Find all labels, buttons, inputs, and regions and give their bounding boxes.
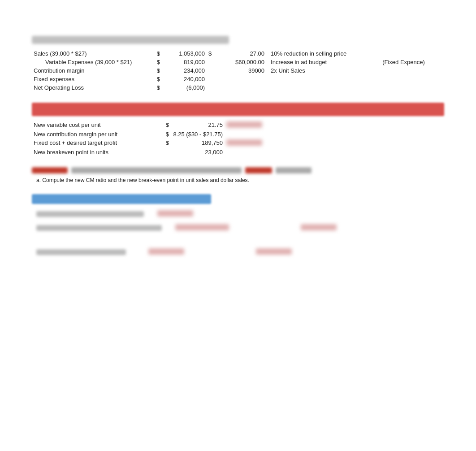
table-row: New contribution margin per unit $ 8.25 …: [32, 130, 444, 139]
row-label: Net Operating Loss: [32, 83, 148, 92]
financial-table-1: Sales (39,000 * $27) $ 1,053,000 $ 27.00…: [32, 49, 444, 92]
amount-value: 189,750: [171, 139, 225, 148]
amount-value: (6,000): [162, 83, 207, 92]
dollar-sign: [157, 148, 171, 156]
answer-row: [36, 210, 444, 218]
answer-value-blurred: [175, 224, 229, 230]
col3-dollar: $: [207, 49, 234, 58]
table-row: New variable cost per unit $ 21.75: [32, 121, 444, 130]
amount-value: 819,000: [162, 58, 207, 66]
amount-value: 1,053,000: [162, 49, 207, 58]
answer-label-blurred: [36, 249, 126, 255]
row-label: New variable cost per unit: [32, 121, 157, 130]
amount-value: 240,000: [162, 75, 207, 83]
dollar-sign: $: [148, 58, 162, 66]
increase-ad-budget-label: Increase in ad budget: [266, 58, 378, 66]
row-label: New contribution margin per unit: [32, 130, 157, 139]
answer-label-blurred: [36, 225, 162, 231]
dollar-sign: $: [157, 121, 171, 130]
answer-row: [36, 248, 444, 256]
section-header-4: blurred section header: [32, 194, 211, 204]
section-header-1: Blurred header text about sales and expe…: [32, 36, 229, 44]
table-row: Variable Expenses (39,000 * $21) $ 819,0…: [32, 58, 444, 66]
col3-note: 10% reduction in selling price: [266, 49, 378, 58]
section-header-2: Blurred red section header text question…: [32, 103, 444, 116]
answer-value2-blurred: [301, 224, 337, 230]
row-label: Sales (39,000 * $27): [32, 49, 148, 58]
gray-bar-2: [276, 167, 312, 173]
section4-label: blurred section header: [36, 197, 94, 204]
sub-note: a. Compute the new CM ratio and the new …: [36, 177, 444, 183]
answer-value-blurred: [157, 210, 193, 217]
col3-amount: 27.00: [234, 49, 266, 58]
row-label: Fixed expenses: [32, 75, 148, 83]
amount-value: 8.25 ($30 - $21.75): [171, 130, 225, 139]
table-row: New breakeven point in units 23,000: [32, 148, 444, 156]
amount-value: 234,000: [162, 66, 207, 75]
row-label: New breakeven point in units: [32, 148, 157, 156]
section-header-3: [32, 167, 444, 173]
dollar-sign: $: [148, 49, 162, 58]
dollar-sign: $: [148, 75, 162, 83]
dollar-sign: $: [157, 139, 171, 148]
answer-value-blurred: [148, 248, 184, 255]
answer-label-blurred: [36, 211, 144, 217]
answer-highlight: [226, 139, 262, 146]
col3-dollar: [207, 58, 234, 66]
table-row: Fixed expenses $ 240,000: [32, 75, 444, 83]
table-row: Sales (39,000 * $27) $ 1,053,000 $ 27.00…: [32, 49, 444, 58]
row-label: Fixed cost + desired target profit: [32, 139, 157, 148]
table-row: Net Operating Loss $ (6,000): [32, 83, 444, 92]
dollar-sign: $: [148, 83, 162, 92]
fixed-expence-label: (Fixed Expence): [378, 58, 444, 66]
dollar-sign: $: [148, 66, 162, 75]
table-row: Contribution margin $ 234,000 39000 2x U…: [32, 66, 444, 75]
red-bar: [32, 167, 68, 173]
row-label: Contribution margin: [32, 66, 148, 75]
answer-highlight: [226, 121, 262, 128]
row-label: Variable Expenses (39,000 * $21): [32, 58, 148, 66]
col3-amount: 39000: [234, 66, 266, 75]
gray-bar: [71, 167, 242, 173]
answer-row: [36, 224, 444, 232]
dollar-sign: $: [157, 130, 171, 139]
col3-dollar: [207, 66, 234, 75]
red-bar-2: [245, 167, 272, 173]
col3-note: 2x Unit Sales: [266, 66, 378, 75]
spacer: [36, 238, 444, 247]
table-row: Fixed cost + desired target profit $ 189…: [32, 139, 444, 148]
amount-value: 23,000: [171, 148, 225, 156]
amount-value: 21.75: [171, 121, 225, 130]
financial-table-2: New variable cost per unit $ 21.75 New c…: [32, 121, 444, 156]
answer-value2-blurred: [256, 248, 292, 255]
col3-amount: $60,000.00: [234, 58, 266, 66]
answer-area: [36, 210, 444, 256]
